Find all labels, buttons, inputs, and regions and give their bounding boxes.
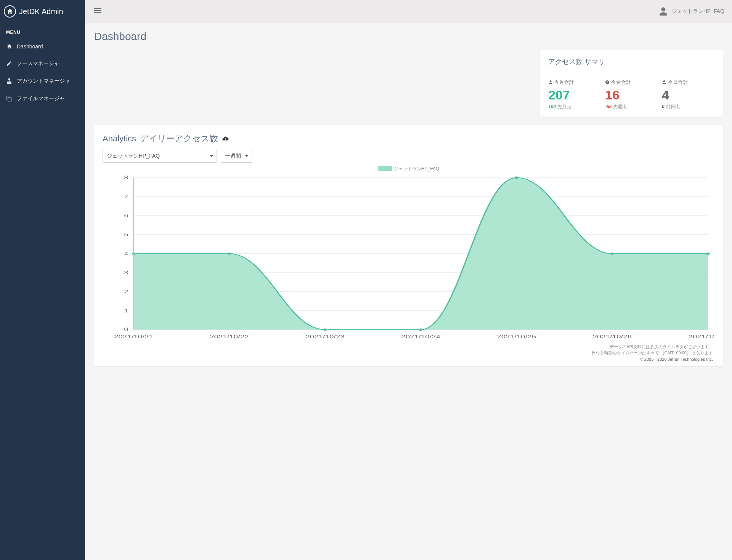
stat-delta: -55先週比 [605,104,654,110]
sidebar: JetDK Admin MENU Dashboard ソースマネージャ アカウン… [0,0,85,560]
svg-text:2021/10/24: 2021/10/24 [401,334,440,339]
analytics-subheading: デイリーアクセス数 [140,133,218,144]
sidebar-item-account-manager[interactable]: アカウントマネージャ [0,72,85,90]
user-name: ジェットランHP_FAQ [671,8,724,15]
svg-point-31 [323,328,327,331]
svg-rect-0 [9,78,10,80]
sidebar-item-label: アカウントマネージャ [17,78,70,85]
page-title: Dashboard [94,30,723,43]
svg-text:2021/10/22: 2021/10/22 [210,334,249,339]
summary-card: アクセス数 サマリ 今月合計207100先月比今週合計16-55先週比今日合計4… [540,50,723,117]
stat-delta: 100先月比 [548,104,597,110]
svg-point-34 [610,252,614,254]
user-icon [658,6,668,16]
brand-title: JetDK Admin [19,7,63,16]
svg-text:6: 6 [124,213,128,218]
svg-text:2021/10/21: 2021/10/21 [114,334,153,339]
range-select[interactable]: 一週間 [221,150,252,163]
user-menu[interactable]: ジェットランHP_FAQ [658,6,724,16]
svg-rect-3 [10,83,11,84]
svg-text:2021/10/27: 2021/10/27 [689,334,714,339]
svg-text:1: 1 [124,308,128,313]
svg-text:7: 7 [124,194,128,199]
menu-toggle-button[interactable] [93,6,103,17]
stat-delta: 0前日比 [662,104,711,110]
summary-stat: 今月合計207100先月比 [548,79,601,110]
footer-copyright: © 2005 - 2020 Jetrun Technologies Inc. [103,356,713,363]
svg-point-33 [515,176,518,179]
copy-icon [6,96,12,102]
svg-point-35 [706,252,710,254]
svg-point-32 [419,328,422,331]
legend-swatch [378,166,392,171]
brand[interactable]: JetDK Admin [0,0,85,23]
svg-text:2021/10/23: 2021/10/23 [305,334,345,339]
svg-rect-2 [9,83,10,84]
summary-stat: 今週合計16-55先週比 [601,79,658,110]
svg-text:8: 8 [124,175,128,180]
svg-text:2021/10/26: 2021/10/26 [592,334,632,339]
svg-rect-1 [7,83,8,84]
footer-line-2: 日付と時刻のタイムゾーンはすべて （GMT+09:00） となります [103,350,713,356]
source-select[interactable]: ジェットランHP_FAQ [103,150,217,163]
footer-line-1: データのAPI反映には多少のタイムラグがございます。 [103,344,713,350]
stat-label: 今月合計 [548,79,597,86]
sidebar-item-label: Dashboard [17,43,43,50]
chart: 0123456782021/10/212021/10/222021/10/232… [103,174,714,341]
sidebar-item-file-manager[interactable]: ファイルマネージャ [0,90,85,107]
sidebar-item-label: ファイルマネージャ [17,95,65,102]
menu-heading: MENU [0,23,85,38]
cloud-download-icon[interactable] [222,135,229,142]
sidebar-item-dashboard[interactable]: Dashboard [0,38,85,55]
svg-text:4: 4 [124,251,128,256]
stat-value: 207 [548,87,597,103]
source-select-value: ジェットランHP_FAQ [103,150,217,163]
svg-text:3: 3 [124,270,128,275]
svg-text:5: 5 [124,232,128,237]
sidebar-item-source-manager[interactable]: ソースマネージャ [0,55,85,72]
stat-label: 今週合計 [605,79,654,86]
svg-text:2021/10/25: 2021/10/25 [497,334,536,339]
stat-value: 4 [662,87,711,103]
edit-icon [6,61,12,67]
home-icon [4,5,16,18]
sitemap-icon [6,78,12,84]
analytics-heading: Analytics [103,134,136,144]
bars-icon [93,6,103,16]
stat-value: 16 [605,87,654,103]
stat-label: 今日合計 [662,79,711,86]
analytics-card: Analytics デイリーアクセス数 ジェットランHP_FAQ 一週間 ジェッ… [94,125,723,366]
range-select-value: 一週間 [221,150,252,163]
footer-notes: データのAPI反映には多少のタイムラグがございます。 日付と時刻のタイムゾーンは… [103,344,714,363]
summary-title: アクセス数 サマリ [548,57,714,71]
svg-text:0: 0 [124,327,128,332]
svg-text:2: 2 [124,289,128,294]
legend-label: ジェットランHP_FAQ [394,166,439,172]
topbar: ジェットランHP_FAQ [85,0,732,23]
chart-legend: ジェットランHP_FAQ [103,166,714,172]
analytics-title: Analytics デイリーアクセス数 [103,133,714,144]
svg-point-30 [227,252,231,254]
sidebar-item-label: ソースマネージャ [17,60,59,67]
summary-stat: 今日合計40前日比 [658,79,714,110]
home-icon [6,43,12,50]
